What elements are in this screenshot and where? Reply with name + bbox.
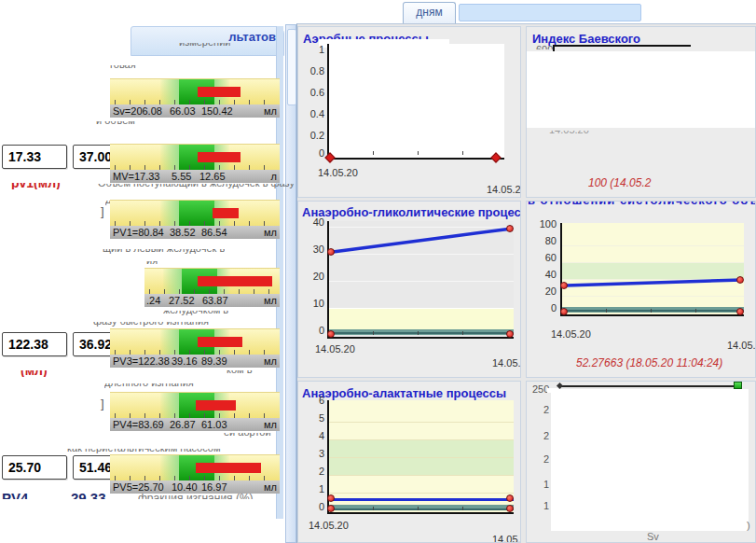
x-tick: 14.05.2 [492,534,521,543]
y-tick: 2 [311,466,324,477]
x-tick: 14.05.20 [318,167,358,178]
gauge-red-bar [196,463,261,473]
data-point-marker [506,505,514,512]
y-tick: 6 [311,395,324,406]
gauge-pv2: .24 27.52 63.87 мл [144,268,280,307]
label-fragment: щий в левый желудочек в [103,249,225,255]
chart-cell-aerobic: Аэробные процессы 1 0.8 0.6 0.4 0.2 0 14… [297,26,521,198]
data-point-marker [506,225,514,232]
occlusion-box [527,51,756,128]
label-fragment: фазу быстрого изгнания [93,322,209,327]
y-tick: 1 [304,44,324,55]
occlusion-box [547,388,558,393]
pv5-input-1[interactable]: 25.70 [2,455,67,480]
x-tick: 14.05.2 [492,357,521,369]
gauge-red-bar [198,152,241,162]
label-fragment: ия [146,261,158,267]
x-tick: 14.05.2 [727,340,756,351]
trend-line [329,498,514,501]
plot-area [327,221,514,339]
label-fragment: й объем [96,121,135,127]
label-fragment: Объем поступающий в желудочек в фазу [98,184,295,189]
x-tick: 14.05.20 [315,343,355,355]
label-fragment: ком в [227,370,253,376]
data-point-marker [736,308,744,315]
y-tick: 0.8 [304,65,324,77]
label-fragment: дленного изгнания [104,383,194,389]
y-tick-fragment: 2 [540,453,549,465]
trend-line [562,223,744,314]
y-tick-fragment: 2 [540,430,549,441]
data-point-marker [327,248,335,256]
gauge-caption: PV4=83.69 26.87 61.03 мл [110,418,280,431]
chart-title: Анаэробно-алактатные процессы [302,386,506,400]
results-panel-header: льтатов [131,26,284,56]
gauge-caption: Sv=206.08 66.03 150.42 мл [110,104,280,118]
tab-days[interactable]: дням [403,2,456,23]
y-tick: 3 [311,448,324,459]
scrollbar-thumb[interactable] [287,29,296,105]
plot-frame-fragment [553,45,691,47]
y-tick: 40 [304,216,324,228]
tab-bar-highlight [459,4,641,21]
y-tick-fragment: 1 [540,500,549,511]
gauge-red-bar [196,400,236,411]
label-fragment: желудочком в [163,311,228,316]
data-point-marker [327,505,335,512]
gauge-pv1: PV1=80.84 38.52 86.54 мл [110,200,280,239]
x-tick-fragment: 14.05.20 [549,131,589,136]
data-point-marker [506,330,514,338]
data-point-marker [327,494,335,502]
gauge-bar [110,78,280,104]
chart-annotation: 52.27663 (18.05.20 11:04:24) [576,356,722,369]
y-tick: 0.4 [304,108,324,119]
y-tick: 10 [304,298,324,309]
results-header-fragment: льтатов [228,30,276,44]
pv4-value: 29.33 [71,490,106,499]
y-tick: 1 [311,483,324,494]
x-tick: 14.05.20 [551,328,591,340]
data-point-marker [560,282,568,289]
plot-area [327,400,514,514]
gauge-red-bar [198,337,242,347]
gauge-caption: PV5=25.70 10.40 16.97 мл [110,480,280,494]
gauge-mv: MV=17.33 5.55 12.65 л [110,144,280,183]
y-tick: 5 [311,412,324,424]
y-tick: 40 [534,269,557,280]
gauge-bar [110,454,280,480]
gauge-caption: MV=17.33 5.55 12.65 л [110,170,280,183]
measurements-label-fragment: измерений [179,43,230,49]
y-tick: 80 [534,235,557,246]
y-tick-fragment: 600 [536,44,553,49]
chart-title: Анаэробно-гликолитические процессы [302,205,521,219]
gauge-bar [110,200,280,226]
bracket-fragment: ] [101,204,104,218]
y-tick: 100 [534,218,557,230]
tab-days-label: дням [416,6,442,19]
label-fragment: ей аортой [224,433,271,439]
x-tick: 14.05.20 [309,520,349,531]
chart-cell-alactate: Анаэробно-алактатные процессы 6 5 4 3 2 … [297,381,521,543]
chart-cell-baevsky: Индекс Баевского 600 14.05.20 100 (14.05… [526,26,756,198]
pv3-input-1[interactable]: 122.38 [2,332,67,356]
data-point-marker [327,330,335,338]
plot-area [560,223,744,316]
vertical-scrollbar[interactable] [285,24,296,543]
y-tick: 20 [304,271,324,282]
pv4-name: PV4 [2,490,28,499]
gauge-pv3: PV3=122.38 39.16 89.39 мл [110,328,280,368]
pv1-param-label: pv1(мл) [11,183,61,189]
gauge-pv5: PV5=25.70 10.40 16.97 мл [110,454,280,494]
data-point-marker [736,276,744,284]
data-point-marker-green [734,382,742,389]
gauge-caption: PV1=80.84 38.52 86.54 мл [110,226,280,239]
y-tick: 0 [534,302,557,313]
x-tick: 14.05.2 [487,184,521,195]
mv-input-1[interactable]: 17.33 [2,145,67,169]
occlusion-box [551,389,749,531]
gauge-bar [144,268,280,294]
bracket-fragment: ] [101,397,104,411]
gauge-sv: Sv=206.08 66.03 150.42 мл [110,78,280,118]
gauge-pv4: PV4=83.69 26.87 61.03 мл [110,392,280,431]
y-tick: 60 [534,252,557,263]
